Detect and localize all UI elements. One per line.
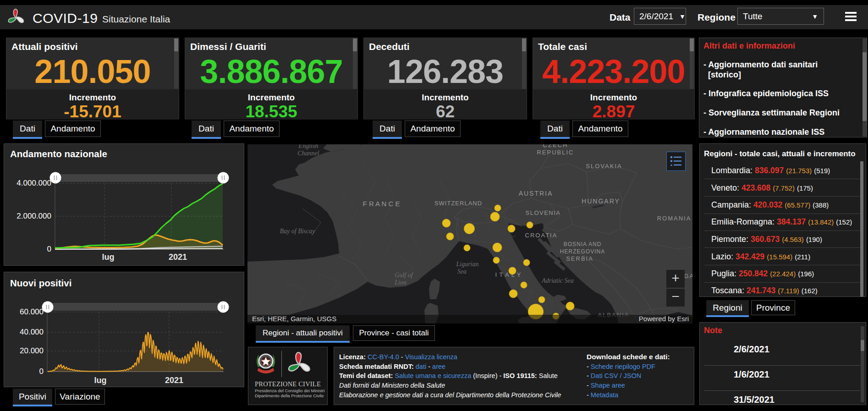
svg-text:40.000: 40.000 bbox=[20, 328, 44, 336]
svg-text:SLOVAKIA: SLOVAKIA bbox=[586, 163, 622, 170]
svg-text:English: English bbox=[298, 144, 319, 149]
svg-text:2.000.000: 2.000.000 bbox=[16, 212, 51, 220]
svg-text:Gulf of: Gulf of bbox=[395, 272, 413, 279]
svg-text:60.000: 60.000 bbox=[20, 307, 44, 316]
svg-text:lug: lug bbox=[94, 376, 107, 385]
svg-text:AUSTRIA: AUSTRIA bbox=[519, 190, 553, 197]
svg-text:2021: 2021 bbox=[165, 376, 183, 385]
svg-text:20.000: 20.000 bbox=[20, 346, 44, 355]
svg-text:ROMANIA: ROMANIA bbox=[657, 215, 692, 222]
svg-text:CZECH: CZECH bbox=[543, 144, 568, 148]
svg-text:2021: 2021 bbox=[169, 252, 187, 262]
svg-text:I T A L Y: I T A L Y bbox=[495, 271, 522, 278]
svg-text:0: 0 bbox=[47, 245, 51, 253]
svg-text:Lion: Lion bbox=[394, 279, 407, 286]
svg-text:CROATIA: CROATIA bbox=[525, 232, 558, 239]
svg-text:BOSNIA AND: BOSNIA AND bbox=[564, 241, 602, 247]
svg-text:SLOVENIA: SLOVENIA bbox=[525, 209, 560, 216]
svg-text:F R A N C E: F R A N C E bbox=[363, 200, 400, 208]
svg-text:Powered by Esri: Powered by Esri bbox=[639, 315, 689, 323]
svg-text:SWITZERLAND: SWITZERLAND bbox=[434, 200, 482, 207]
svg-text:4.000.000: 4.000.000 bbox=[16, 179, 51, 187]
svg-text:0: 0 bbox=[39, 367, 44, 376]
svg-text:HUNGARY: HUNGARY bbox=[582, 197, 620, 205]
svg-text:Channel: Channel bbox=[297, 150, 319, 157]
svg-text:Sea: Sea bbox=[457, 268, 467, 275]
svg-text:HERZEGOVINA: HERZEGOVINA bbox=[560, 248, 605, 255]
svg-text:lug: lug bbox=[102, 252, 115, 262]
svg-text:Esri, HERE, Garmin, USGS: Esri, HERE, Garmin, USGS bbox=[252, 315, 336, 323]
svg-text:Bay of Biscay: Bay of Biscay bbox=[280, 228, 316, 235]
svg-text:Ligurian: Ligurian bbox=[456, 261, 478, 268]
svg-text:REPUBLIC: REPUBLIC bbox=[537, 149, 574, 156]
svg-text:SERBIA: SERBIA bbox=[566, 255, 593, 262]
svg-text:Adriatic Sea: Adriatic Sea bbox=[541, 277, 574, 284]
